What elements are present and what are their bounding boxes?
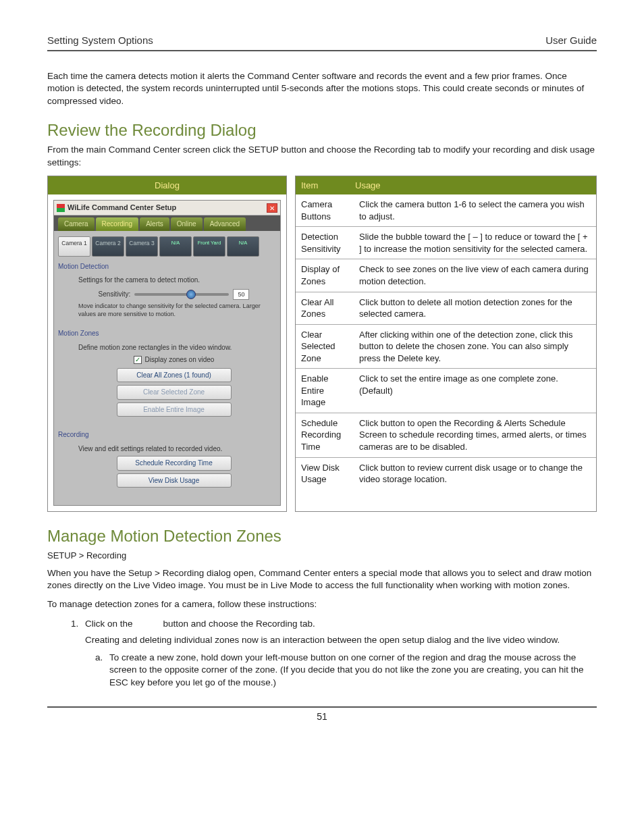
tab-advanced[interactable]: Advanced (204, 217, 246, 231)
dialog-column: Dialog WiLife Command Center Setup ✕ Cam… (47, 176, 287, 512)
recording-label: Recording (58, 430, 276, 440)
tab-alerts[interactable]: Alerts (140, 217, 169, 231)
table-row: Detection SensitivitySlide the bubble to… (296, 227, 596, 259)
substep-a: To create a new zone, hold down your lef… (105, 652, 597, 689)
clear-all-zones-button[interactable]: Clear All Zones (1 found) (117, 368, 232, 383)
usage-header-usage: Usage (355, 180, 591, 192)
usage-column: Item Usage Camera ButtonsClick the camer… (295, 176, 597, 512)
slider-thumb-icon[interactable] (186, 290, 196, 299)
usage-item: Enable Entire Image (296, 369, 354, 413)
sensitivity-label: Sensitivity: (99, 290, 131, 299)
dialog-tabs: Camera Recording Alerts Online Advanced (54, 215, 280, 231)
usage-item: Schedule Recording Time (296, 413, 354, 457)
tab-recording[interactable]: Recording (96, 217, 139, 231)
usage-item: View Disk Usage (296, 457, 354, 490)
table-row: Enable Entire ImageClick to set the enti… (296, 369, 596, 413)
setup-dialog: WiLife Command Center Setup ✕ Camera Rec… (53, 200, 281, 506)
display-zones-checkbox[interactable]: ✓ (134, 356, 142, 364)
usage-item: Camera Buttons (296, 194, 354, 227)
instruction-list: Click on the button and choose the Recor… (81, 618, 597, 689)
usage-desc: Slide the bubble toward the [ – ] to red… (354, 227, 596, 259)
close-icon[interactable]: ✕ (267, 203, 277, 213)
header-right: User Guide (545, 34, 597, 47)
section-subhead: From the main Command Center screen clic… (47, 144, 597, 168)
table-row: Display of ZonesCheck to see zones on th… (296, 259, 596, 292)
dialog-title: WiLife Command Center Setup (68, 203, 267, 213)
camera-button-5[interactable]: Front Yard (193, 236, 225, 257)
step-1-body: Creating and deleting individual zones n… (85, 634, 597, 646)
usage-table: Camera ButtonsClick the camera button 1-… (296, 194, 596, 489)
table-row: View Disk UsageClick button to review cu… (296, 457, 596, 490)
manage-p1: When you have the Setup > Recording dial… (47, 567, 597, 592)
section-title-review: Review the Recording Dialog (47, 120, 597, 141)
motion-zones-desc: Define motion zone rectangles in the vid… (78, 343, 269, 353)
camera-button-4[interactable]: N/A (159, 236, 192, 257)
intro-paragraph: Each time the camera detects motion it a… (47, 70, 597, 107)
usage-desc: After clicking within one of the detecti… (354, 324, 596, 369)
manage-p2: To manage detection zones for a camera, … (47, 598, 597, 610)
sensitivity-note: Move indicator to change sensitivity for… (78, 302, 269, 318)
display-zones-label: Display zones on video (145, 355, 215, 365)
usage-item: Clear Selected Zone (296, 324, 354, 369)
tab-online[interactable]: Online (171, 217, 203, 231)
step-1: Click on the button and choose the Recor… (81, 618, 597, 689)
schedule-recording-button[interactable]: Schedule Recording Time (117, 456, 232, 471)
usage-desc: Click the camera button 1-6 to select th… (354, 194, 596, 227)
app-logo-icon (57, 204, 65, 212)
table-row: Camera ButtonsClick the camera button 1-… (296, 194, 596, 227)
header-left: Setting System Options (47, 34, 153, 47)
section-title-manage: Manage Motion Detection Zones (47, 525, 597, 547)
usage-desc: Click button to review current disk usag… (354, 457, 596, 490)
usage-desc: Click to set the entire image as one com… (354, 369, 596, 413)
usage-header-item: Item (301, 180, 355, 192)
table-row: Clear Selected ZoneAfter clicking within… (296, 324, 596, 369)
usage-desc: Click button to delete all motion detect… (354, 292, 596, 324)
view-disk-usage-button[interactable]: View Disk Usage (117, 473, 232, 488)
page-number: 51 (317, 711, 327, 722)
usage-item: Display of Zones (296, 259, 354, 292)
sensitivity-slider[interactable] (134, 293, 229, 296)
usage-desc: Check to see zones on the live view of e… (354, 259, 596, 292)
usage-desc: Click button to open the Recording & Ale… (354, 413, 596, 457)
camera-button-6[interactable]: N/A (227, 236, 259, 257)
usage-item: Clear All Zones (296, 292, 354, 324)
breadcrumb: SETUP > Recording (47, 550, 597, 562)
camera-button-3[interactable]: Camera 3 (126, 236, 158, 257)
usage-item: Detection Sensitivity (296, 227, 354, 259)
tab-camera[interactable]: Camera (58, 217, 95, 231)
enable-entire-image-button[interactable]: Enable Entire Image (117, 402, 232, 417)
dialog-column-header: Dialog (48, 176, 286, 195)
motion-zones-label: Motion Zones (58, 329, 276, 338)
recording-desc: View and edit settings related to record… (78, 444, 269, 454)
sensitivity-value: 50 (233, 289, 249, 300)
motion-detection-label: Motion Detection (58, 262, 276, 271)
camera-button-1[interactable]: Camera 1 (58, 236, 90, 257)
table-row: Clear All ZonesClick button to delete al… (296, 292, 596, 324)
dialog-titlebar: WiLife Command Center Setup ✕ (54, 201, 280, 215)
camera-button-2[interactable]: Camera 2 (92, 236, 124, 257)
clear-selected-zone-button[interactable]: Clear Selected Zone (117, 385, 232, 400)
camera-selector-row: Camera 1 Camera 2 Camera 3 N/A Front Yar… (58, 236, 276, 257)
table-row: Schedule Recording TimeClick button to o… (296, 413, 596, 457)
motion-detection-desc: Settings for the camera to detect motion… (78, 276, 269, 285)
